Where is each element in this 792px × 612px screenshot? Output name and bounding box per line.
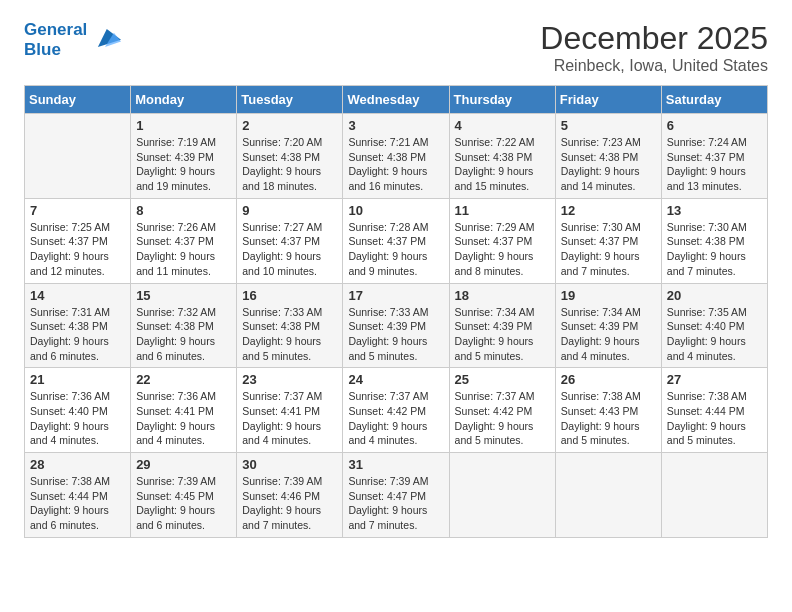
calendar-cell: 5Sunrise: 7:23 AMSunset: 4:38 PMDaylight… (555, 114, 661, 199)
calendar-cell: 29Sunrise: 7:39 AMSunset: 4:45 PMDayligh… (131, 453, 237, 538)
day-info: Sunrise: 7:24 AMSunset: 4:37 PMDaylight:… (667, 135, 762, 194)
day-number: 16 (242, 288, 337, 303)
day-number: 14 (30, 288, 125, 303)
day-info: Sunrise: 7:27 AMSunset: 4:37 PMDaylight:… (242, 220, 337, 279)
calendar-cell: 6Sunrise: 7:24 AMSunset: 4:37 PMDaylight… (661, 114, 767, 199)
day-info: Sunrise: 7:37 AMSunset: 4:42 PMDaylight:… (455, 389, 550, 448)
day-info: Sunrise: 7:33 AMSunset: 4:38 PMDaylight:… (242, 305, 337, 364)
day-number: 17 (348, 288, 443, 303)
day-info: Sunrise: 7:36 AMSunset: 4:40 PMDaylight:… (30, 389, 125, 448)
calendar-week-row: 21Sunrise: 7:36 AMSunset: 4:40 PMDayligh… (25, 368, 768, 453)
calendar-cell: 10Sunrise: 7:28 AMSunset: 4:37 PMDayligh… (343, 198, 449, 283)
day-info: Sunrise: 7:39 AMSunset: 4:46 PMDaylight:… (242, 474, 337, 533)
logo: General Blue (24, 20, 121, 59)
calendar-cell: 7Sunrise: 7:25 AMSunset: 4:37 PMDaylight… (25, 198, 131, 283)
calendar-cell (449, 453, 555, 538)
day-info: Sunrise: 7:36 AMSunset: 4:41 PMDaylight:… (136, 389, 231, 448)
calendar-cell: 24Sunrise: 7:37 AMSunset: 4:42 PMDayligh… (343, 368, 449, 453)
calendar-cell: 27Sunrise: 7:38 AMSunset: 4:44 PMDayligh… (661, 368, 767, 453)
day-number: 13 (667, 203, 762, 218)
day-info: Sunrise: 7:33 AMSunset: 4:39 PMDaylight:… (348, 305, 443, 364)
calendar-cell: 19Sunrise: 7:34 AMSunset: 4:39 PMDayligh… (555, 283, 661, 368)
header-friday: Friday (555, 86, 661, 114)
day-number: 21 (30, 372, 125, 387)
day-number: 28 (30, 457, 125, 472)
calendar-cell: 9Sunrise: 7:27 AMSunset: 4:37 PMDaylight… (237, 198, 343, 283)
calendar-week-row: 7Sunrise: 7:25 AMSunset: 4:37 PMDaylight… (25, 198, 768, 283)
header-tuesday: Tuesday (237, 86, 343, 114)
calendar-cell: 8Sunrise: 7:26 AMSunset: 4:37 PMDaylight… (131, 198, 237, 283)
day-number: 20 (667, 288, 762, 303)
day-info: Sunrise: 7:39 AMSunset: 4:47 PMDaylight:… (348, 474, 443, 533)
calendar-cell: 11Sunrise: 7:29 AMSunset: 4:37 PMDayligh… (449, 198, 555, 283)
header-thursday: Thursday (449, 86, 555, 114)
day-info: Sunrise: 7:29 AMSunset: 4:37 PMDaylight:… (455, 220, 550, 279)
day-number: 23 (242, 372, 337, 387)
calendar-cell (25, 114, 131, 199)
calendar-cell: 12Sunrise: 7:30 AMSunset: 4:37 PMDayligh… (555, 198, 661, 283)
calendar-week-row: 28Sunrise: 7:38 AMSunset: 4:44 PMDayligh… (25, 453, 768, 538)
day-number: 6 (667, 118, 762, 133)
day-number: 18 (455, 288, 550, 303)
day-number: 29 (136, 457, 231, 472)
title-block: December 2025 Reinbeck, Iowa, United Sta… (540, 20, 768, 75)
day-info: Sunrise: 7:37 AMSunset: 4:42 PMDaylight:… (348, 389, 443, 448)
page-subtitle: Reinbeck, Iowa, United States (540, 57, 768, 75)
day-info: Sunrise: 7:28 AMSunset: 4:37 PMDaylight:… (348, 220, 443, 279)
calendar-week-row: 14Sunrise: 7:31 AMSunset: 4:38 PMDayligh… (25, 283, 768, 368)
day-info: Sunrise: 7:25 AMSunset: 4:37 PMDaylight:… (30, 220, 125, 279)
day-info: Sunrise: 7:37 AMSunset: 4:41 PMDaylight:… (242, 389, 337, 448)
calendar-cell: 1Sunrise: 7:19 AMSunset: 4:39 PMDaylight… (131, 114, 237, 199)
calendar-cell: 30Sunrise: 7:39 AMSunset: 4:46 PMDayligh… (237, 453, 343, 538)
day-info: Sunrise: 7:39 AMSunset: 4:45 PMDaylight:… (136, 474, 231, 533)
day-number: 25 (455, 372, 550, 387)
calendar-cell: 15Sunrise: 7:32 AMSunset: 4:38 PMDayligh… (131, 283, 237, 368)
calendar-cell: 21Sunrise: 7:36 AMSunset: 4:40 PMDayligh… (25, 368, 131, 453)
day-info: Sunrise: 7:38 AMSunset: 4:44 PMDaylight:… (30, 474, 125, 533)
calendar-cell: 22Sunrise: 7:36 AMSunset: 4:41 PMDayligh… (131, 368, 237, 453)
day-info: Sunrise: 7:35 AMSunset: 4:40 PMDaylight:… (667, 305, 762, 364)
day-number: 4 (455, 118, 550, 133)
calendar-cell: 4Sunrise: 7:22 AMSunset: 4:38 PMDaylight… (449, 114, 555, 199)
calendar-cell: 31Sunrise: 7:39 AMSunset: 4:47 PMDayligh… (343, 453, 449, 538)
calendar-cell: 13Sunrise: 7:30 AMSunset: 4:38 PMDayligh… (661, 198, 767, 283)
day-info: Sunrise: 7:19 AMSunset: 4:39 PMDaylight:… (136, 135, 231, 194)
day-info: Sunrise: 7:26 AMSunset: 4:37 PMDaylight:… (136, 220, 231, 279)
day-number: 22 (136, 372, 231, 387)
calendar-cell: 2Sunrise: 7:20 AMSunset: 4:38 PMDaylight… (237, 114, 343, 199)
page-header: General Blue December 2025 Reinbeck, Iow… (24, 20, 768, 75)
calendar-table: SundayMondayTuesdayWednesdayThursdayFrid… (24, 85, 768, 538)
day-number: 1 (136, 118, 231, 133)
calendar-cell: 16Sunrise: 7:33 AMSunset: 4:38 PMDayligh… (237, 283, 343, 368)
day-number: 26 (561, 372, 656, 387)
calendar-cell: 17Sunrise: 7:33 AMSunset: 4:39 PMDayligh… (343, 283, 449, 368)
calendar-cell: 25Sunrise: 7:37 AMSunset: 4:42 PMDayligh… (449, 368, 555, 453)
day-info: Sunrise: 7:34 AMSunset: 4:39 PMDaylight:… (455, 305, 550, 364)
logo-line1: General (24, 20, 87, 40)
day-info: Sunrise: 7:22 AMSunset: 4:38 PMDaylight:… (455, 135, 550, 194)
calendar-cell: 14Sunrise: 7:31 AMSunset: 4:38 PMDayligh… (25, 283, 131, 368)
day-number: 27 (667, 372, 762, 387)
header-saturday: Saturday (661, 86, 767, 114)
day-number: 5 (561, 118, 656, 133)
day-number: 9 (242, 203, 337, 218)
day-info: Sunrise: 7:34 AMSunset: 4:39 PMDaylight:… (561, 305, 656, 364)
day-number: 12 (561, 203, 656, 218)
logo-icon (89, 22, 121, 54)
header-monday: Monday (131, 86, 237, 114)
day-info: Sunrise: 7:20 AMSunset: 4:38 PMDaylight:… (242, 135, 337, 194)
calendar-cell (661, 453, 767, 538)
calendar-header-row: SundayMondayTuesdayWednesdayThursdayFrid… (25, 86, 768, 114)
day-number: 10 (348, 203, 443, 218)
calendar-cell: 3Sunrise: 7:21 AMSunset: 4:38 PMDaylight… (343, 114, 449, 199)
day-number: 3 (348, 118, 443, 133)
header-sunday: Sunday (25, 86, 131, 114)
day-number: 8 (136, 203, 231, 218)
day-info: Sunrise: 7:21 AMSunset: 4:38 PMDaylight:… (348, 135, 443, 194)
page-title: December 2025 (540, 20, 768, 57)
day-number: 31 (348, 457, 443, 472)
day-number: 7 (30, 203, 125, 218)
day-info: Sunrise: 7:30 AMSunset: 4:38 PMDaylight:… (667, 220, 762, 279)
calendar-cell: 28Sunrise: 7:38 AMSunset: 4:44 PMDayligh… (25, 453, 131, 538)
day-info: Sunrise: 7:23 AMSunset: 4:38 PMDaylight:… (561, 135, 656, 194)
